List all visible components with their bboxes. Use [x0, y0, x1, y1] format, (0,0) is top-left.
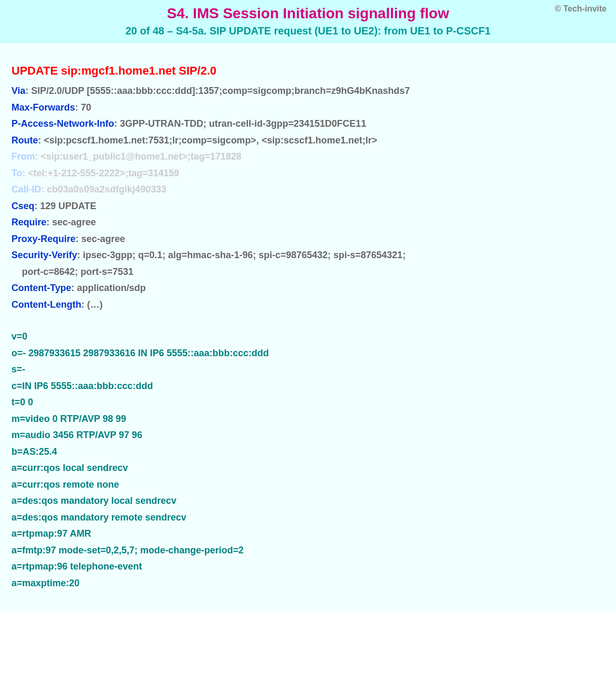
sip-header-content-type: Content-Type: application/sdp: [11, 280, 605, 297]
sdp-line: c=IN IP6 5555::aaa:bbb:ccc:ddd: [11, 378, 605, 395]
header-value: : <tel:+1-212-555-2222>;tag=314159: [22, 168, 179, 178]
sdp-line: a=curr:qos local sendrecv: [11, 460, 605, 477]
header-value: : SIP/2.0/UDP [5555::aaa:bbb:ccc:ddd]:13…: [26, 86, 410, 96]
sdp-line: o=- 2987933615 2987933616 IN IP6 5555::a…: [11, 345, 605, 362]
sip-header-security-verify-cont: port-c=8642; port-s=7531: [11, 264, 605, 281]
header-name: Route: [11, 135, 38, 146]
sip-header-to: To: <tel:+1-212-555-2222>;tag=314159: [11, 165, 605, 182]
sip-message-body: UPDATE sip:mgcf1.home1.net SIP/2.0 Via: …: [0, 43, 616, 612]
sip-header-proxy-require: Proxy-Require: sec-agree: [11, 231, 605, 248]
header-name: Max-Forwards: [11, 102, 75, 113]
header-box: © Tech-invite S4. IMS Session Initiation…: [0, 0, 616, 43]
header-name: Cseq: [11, 201, 34, 211]
sdp-line: v=0: [11, 329, 605, 345]
header-value: : sec-agree: [46, 217, 96, 227]
sip-header-from: From: <sip:user1_public1@home1.net>;tag=…: [11, 149, 605, 165]
header-value: : (…): [81, 299, 103, 310]
header-value: : cb03a0s09a2sdfglkj490333: [41, 184, 166, 195]
sip-header-content-length: Content-Length: (…): [11, 297, 605, 313]
sdp-line: a=fmtp:97 mode-set=0,2,5,7; mode-change-…: [11, 542, 605, 559]
sip-header-route: Route: <sip:pcscf1.home1.net:7531;lr;com…: [11, 132, 605, 149]
header-value: : sec-agree: [76, 234, 125, 244]
sip-request-line: UPDATE sip:mgcf1.home1.net SIP/2.0: [11, 64, 605, 78]
sdp-line: a=rtpmap:96 telephone-event: [11, 559, 605, 575]
sdp-line: b=AS:25.4: [11, 444, 605, 461]
sdp-line: a=rtpmap:97 AMR: [11, 526, 605, 542]
header-value: port-c=8642; port-s=7531: [22, 267, 133, 277]
sip-header-call-id: Call-ID: cb03a0s09a2sdfglkj490333: [11, 181, 605, 198]
copyright-label: © Tech-invite: [555, 4, 607, 14]
header-name: From: [11, 151, 35, 162]
page-subtitle: 20 of 48 – S4-5a. SIP UPDATE request (UE…: [10, 25, 606, 37]
sip-header-max-forwards: Max-Forwards: 70: [11, 100, 605, 116]
sdp-line: s=-: [11, 361, 605, 378]
blank-line: [11, 313, 605, 329]
header-value: : ipsec-3gpp; q=0.1; alg=hmac-sha-1-96; …: [77, 250, 405, 260]
sip-header-security-verify: Security-Verify: ipsec-3gpp; q=0.1; alg=…: [11, 247, 605, 264]
header-name: Proxy-Require: [11, 234, 76, 244]
header-name: Content-Length: [11, 299, 81, 310]
header-name: Call-ID: [11, 184, 41, 195]
header-name: Security-Verify: [11, 250, 77, 260]
sdp-line: m=video 0 RTP/AVP 98 99: [11, 411, 605, 428]
sdp-line: a=maxptime:20: [11, 575, 605, 592]
header-value: : 3GPP-UTRAN-TDD; utran-cell-id-3gpp=234…: [114, 118, 366, 129]
header-name: Content-Type: [11, 283, 71, 293]
header-name: Via: [11, 86, 26, 96]
page-title: S4. IMS Session Initiation signalling fl…: [10, 5, 606, 22]
header-value: : application/sdp: [71, 283, 146, 293]
header-value: : <sip:pcscf1.home1.net:7531;lr;comp=sig…: [38, 135, 377, 146]
header-value: : 129 UPDATE: [34, 201, 96, 211]
sdp-line: a=curr:qos remote none: [11, 477, 605, 493]
sip-header-require: Require: sec-agree: [11, 214, 605, 231]
sdp-line: m=audio 3456 RTP/AVP 97 96: [11, 427, 605, 444]
sip-header-p-access-network-info: P-Access-Network-Info: 3GPP-UTRAN-TDD; u…: [11, 116, 605, 132]
header-name: Require: [11, 217, 46, 227]
sdp-line: a=des:qos mandatory remote sendrecv: [11, 510, 605, 526]
sip-header-cseq: Cseq: 129 UPDATE: [11, 198, 605, 215]
sip-header-via: Via: SIP/2.0/UDP [5555::aaa:bbb:ccc:ddd]…: [11, 83, 605, 100]
header-value: : 70: [75, 102, 91, 113]
header-value: : <sip:user1_public1@home1.net>;tag=1718…: [35, 151, 241, 162]
header-name: To: [11, 168, 22, 178]
header-name: P-Access-Network-Info: [11, 118, 114, 129]
sdp-line: a=des:qos mandatory local sendrecv: [11, 493, 605, 510]
sdp-line: t=0 0: [11, 394, 605, 411]
